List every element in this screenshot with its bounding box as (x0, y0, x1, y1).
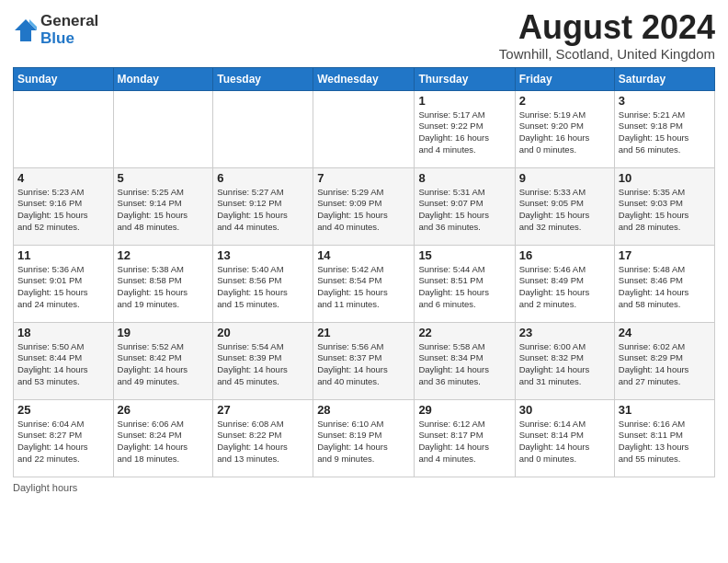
day-info: Sunrise: 5:25 AM Sunset: 9:14 PM Dayligh… (118, 187, 210, 234)
day-info: Sunrise: 6:14 AM Sunset: 8:14 PM Dayligh… (519, 419, 610, 465)
day-number: 28 (317, 403, 410, 417)
calendar-cell: 5Sunrise: 5:25 AM Sunset: 9:14 PM Daylig… (113, 167, 213, 245)
calendar-cell (113, 90, 213, 167)
day-info: Sunrise: 5:31 AM Sunset: 9:07 PM Dayligh… (418, 187, 510, 234)
day-number: 11 (17, 248, 109, 262)
day-info: Sunrise: 5:29 AM Sunset: 9:09 PM Dayligh… (317, 187, 410, 234)
calendar-cell: 31Sunrise: 6:16 AM Sunset: 8:11 PM Dayli… (614, 399, 714, 477)
calendar-cell: 15Sunrise: 5:44 AM Sunset: 8:51 PM Dayli… (415, 245, 515, 322)
calendar-cell: 17Sunrise: 5:48 AM Sunset: 8:46 PM Dayli… (614, 245, 714, 322)
day-info: Sunrise: 5:21 AM Sunset: 9:18 PM Dayligh… (619, 109, 711, 156)
col-saturday: Saturday (614, 67, 714, 90)
day-info: Sunrise: 6:16 AM Sunset: 8:11 PM Dayligh… (619, 419, 711, 465)
col-friday: Friday (515, 67, 614, 90)
calendar-cell: 29Sunrise: 6:12 AM Sunset: 8:17 PM Dayli… (415, 399, 515, 477)
day-number: 3 (619, 94, 711, 108)
calendar-cell: 11Sunrise: 5:36 AM Sunset: 9:01 PM Dayli… (14, 245, 114, 322)
logo-icon (13, 17, 39, 43)
day-number: 15 (418, 248, 510, 262)
day-info: Sunrise: 5:56 AM Sunset: 8:37 PM Dayligh… (317, 341, 410, 388)
calendar-body: 1Sunrise: 5:17 AM Sunset: 9:22 PM Daylig… (14, 90, 715, 477)
day-info: Sunrise: 5:44 AM Sunset: 8:51 PM Dayligh… (418, 264, 510, 311)
day-number: 31 (619, 403, 711, 417)
calendar-week-5: 25Sunrise: 6:04 AM Sunset: 8:27 PM Dayli… (14, 399, 715, 477)
subtitle: Townhill, Scotland, United Kingdom (499, 46, 715, 62)
day-info: Sunrise: 6:02 AM Sunset: 8:29 PM Dayligh… (619, 341, 711, 388)
day-info: Sunrise: 5:54 AM Sunset: 8:39 PM Dayligh… (217, 341, 309, 388)
main-title: August 2024 (499, 9, 715, 46)
day-number: 5 (118, 171, 210, 185)
calendar-week-3: 11Sunrise: 5:36 AM Sunset: 9:01 PM Dayli… (14, 245, 715, 322)
day-number: 29 (418, 403, 510, 417)
day-info: Sunrise: 5:46 AM Sunset: 8:49 PM Dayligh… (519, 264, 610, 311)
calendar-cell (213, 90, 313, 167)
day-number: 14 (317, 248, 410, 262)
calendar-cell: 4Sunrise: 5:23 AM Sunset: 9:16 PM Daylig… (14, 167, 114, 245)
calendar-cell: 25Sunrise: 6:04 AM Sunset: 8:27 PM Dayli… (14, 399, 114, 477)
day-number: 23 (519, 326, 610, 339)
calendar-cell: 10Sunrise: 5:35 AM Sunset: 9:03 PM Dayli… (614, 167, 714, 245)
day-info: Sunrise: 6:10 AM Sunset: 8:19 PM Dayligh… (317, 419, 410, 465)
day-number: 30 (519, 403, 610, 417)
calendar-cell: 30Sunrise: 6:14 AM Sunset: 8:14 PM Dayli… (515, 399, 614, 477)
calendar-cell: 13Sunrise: 5:40 AM Sunset: 8:56 PM Dayli… (213, 245, 313, 322)
day-number: 4 (17, 171, 109, 185)
calendar-cell: 6Sunrise: 5:27 AM Sunset: 9:12 PM Daylig… (213, 167, 313, 245)
header: General Blue August 2024 Townhill, Scotl… (13, 9, 715, 62)
calendar-cell: 26Sunrise: 6:06 AM Sunset: 8:24 PM Dayli… (113, 399, 213, 477)
calendar-cell: 3Sunrise: 5:21 AM Sunset: 9:18 PM Daylig… (614, 90, 714, 167)
day-info: Sunrise: 6:04 AM Sunset: 8:27 PM Dayligh… (17, 419, 109, 465)
day-info: Sunrise: 5:58 AM Sunset: 8:34 PM Dayligh… (418, 341, 510, 388)
day-number: 17 (619, 248, 711, 262)
day-number: 6 (217, 171, 309, 185)
day-info: Sunrise: 5:19 AM Sunset: 9:20 PM Dayligh… (519, 109, 610, 156)
svg-marker-0 (15, 19, 37, 41)
calendar-week-1: 1Sunrise: 5:17 AM Sunset: 9:22 PM Daylig… (14, 90, 715, 167)
calendar-cell: 14Sunrise: 5:42 AM Sunset: 8:54 PM Dayli… (313, 245, 415, 322)
logo-general-text: General (40, 13, 98, 30)
calendar-cell: 24Sunrise: 6:02 AM Sunset: 8:29 PM Dayli… (614, 322, 714, 399)
day-info: Sunrise: 6:12 AM Sunset: 8:17 PM Dayligh… (418, 419, 510, 465)
day-info: Sunrise: 5:48 AM Sunset: 8:46 PM Dayligh… (619, 264, 711, 311)
calendar-cell: 28Sunrise: 6:10 AM Sunset: 8:19 PM Dayli… (313, 399, 415, 477)
calendar-table: Sunday Monday Tuesday Wednesday Thursday… (13, 67, 715, 477)
logo-text: General Blue (40, 13, 98, 47)
day-number: 13 (217, 248, 309, 262)
day-number: 16 (519, 248, 610, 262)
calendar-cell: 23Sunrise: 6:00 AM Sunset: 8:32 PM Dayli… (515, 322, 614, 399)
day-number: 27 (217, 403, 309, 417)
calendar-cell: 27Sunrise: 6:08 AM Sunset: 8:22 PM Dayli… (213, 399, 313, 477)
day-number: 21 (317, 326, 410, 339)
calendar-cell: 1Sunrise: 5:17 AM Sunset: 9:22 PM Daylig… (415, 90, 515, 167)
calendar-week-2: 4Sunrise: 5:23 AM Sunset: 9:16 PM Daylig… (14, 167, 715, 245)
col-wednesday: Wednesday (313, 67, 415, 90)
day-number: 19 (118, 326, 210, 339)
calendar-cell (14, 90, 114, 167)
calendar-week-4: 18Sunrise: 5:50 AM Sunset: 8:44 PM Dayli… (14, 322, 715, 399)
day-info: Sunrise: 5:40 AM Sunset: 8:56 PM Dayligh… (217, 264, 309, 311)
calendar-cell (313, 90, 415, 167)
day-info: Sunrise: 5:17 AM Sunset: 9:22 PM Dayligh… (418, 109, 510, 156)
calendar-cell: 21Sunrise: 5:56 AM Sunset: 8:37 PM Dayli… (313, 322, 415, 399)
day-info: Sunrise: 6:06 AM Sunset: 8:24 PM Dayligh… (118, 419, 210, 465)
day-number: 12 (118, 248, 210, 262)
day-number: 7 (317, 171, 410, 185)
footer-note: Daylight hours (13, 482, 715, 493)
col-sunday: Sunday (14, 67, 114, 90)
day-number: 18 (17, 326, 109, 339)
header-row: Sunday Monday Tuesday Wednesday Thursday… (14, 67, 715, 90)
day-number: 10 (619, 171, 711, 185)
day-number: 22 (418, 326, 510, 339)
day-number: 2 (519, 94, 610, 108)
day-info: Sunrise: 6:08 AM Sunset: 8:22 PM Dayligh… (217, 419, 309, 465)
day-info: Sunrise: 5:23 AM Sunset: 9:16 PM Dayligh… (17, 187, 109, 234)
calendar-cell: 9Sunrise: 5:33 AM Sunset: 9:05 PM Daylig… (515, 167, 614, 245)
day-info: Sunrise: 6:00 AM Sunset: 8:32 PM Dayligh… (519, 341, 610, 388)
page: General Blue August 2024 Townhill, Scotl… (0, 0, 728, 563)
day-info: Sunrise: 5:50 AM Sunset: 8:44 PM Dayligh… (17, 341, 109, 388)
calendar-cell: 12Sunrise: 5:38 AM Sunset: 8:58 PM Dayli… (113, 245, 213, 322)
calendar-cell: 19Sunrise: 5:52 AM Sunset: 8:42 PM Dayli… (113, 322, 213, 399)
day-number: 8 (418, 171, 510, 185)
col-monday: Monday (113, 67, 213, 90)
calendar-cell: 18Sunrise: 5:50 AM Sunset: 8:44 PM Dayli… (14, 322, 114, 399)
